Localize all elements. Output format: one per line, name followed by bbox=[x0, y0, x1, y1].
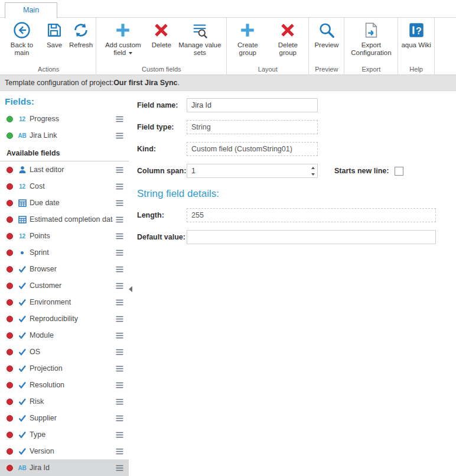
content-area: Fields: 12ProgressABJira Link Available … bbox=[0, 91, 456, 476]
field-row-customer[interactable]: Customer bbox=[0, 277, 129, 294]
check-type-icon bbox=[17, 282, 28, 289]
available-fields-list: Last editor12CostDue dateEstimated compl… bbox=[0, 161, 129, 476]
field-row-due-date[interactable]: Due date bbox=[0, 195, 129, 211]
available-fields-header: Available fields bbox=[0, 144, 129, 161]
field-row-sprint[interactable]: Sprint bbox=[0, 244, 129, 261]
ribbon-group-label: Layout bbox=[228, 64, 307, 75]
delete-group-button[interactable]: Delete group bbox=[268, 20, 307, 59]
tab-main[interactable]: Main bbox=[5, 2, 57, 18]
field-row-cost[interactable]: 12Cost bbox=[0, 178, 129, 195]
field-row-progress[interactable]: 12Progress bbox=[0, 111, 129, 127]
delete-button[interactable]: Delete bbox=[149, 20, 173, 51]
kind-input[interactable] bbox=[187, 142, 318, 156]
ribbon-button-label: Refresh bbox=[69, 41, 93, 49]
create-group-button[interactable]: Create group bbox=[228, 20, 267, 59]
ribbon-button-label: Export Configuration bbox=[347, 41, 395, 57]
red-status-icon bbox=[6, 299, 13, 306]
field-row-environment[interactable]: Environment bbox=[0, 294, 129, 310]
red-status-icon bbox=[6, 365, 13, 372]
drag-handle-icon[interactable] bbox=[116, 266, 123, 273]
ribbon-tab-bar: Main bbox=[0, 0, 456, 18]
ribbon-group-layout: Create groupDelete groupLayout bbox=[227, 18, 309, 75]
manage-value-sets-button[interactable]: Manage value sets bbox=[174, 20, 225, 59]
drag-handle-icon[interactable] bbox=[116, 132, 123, 139]
field-row-estimated-completion-dat[interactable]: Estimated completion dat bbox=[0, 211, 129, 228]
field-row-type[interactable]: Type bbox=[0, 426, 129, 443]
length-input[interactable] bbox=[187, 208, 436, 222]
field-row-browser[interactable]: Browser bbox=[0, 261, 129, 277]
drag-handle-icon[interactable] bbox=[116, 316, 123, 322]
delete-x-icon bbox=[279, 21, 297, 39]
drag-handle-icon[interactable] bbox=[116, 233, 123, 239]
add-custom-field-button[interactable]: Add custom field bbox=[97, 20, 148, 59]
field-name-label: Field name: bbox=[137, 101, 187, 109]
refresh-button[interactable]: Refresh bbox=[67, 20, 95, 51]
save-button[interactable]: Save bbox=[43, 20, 66, 51]
assigned-fields-list: 12ProgressABJira Link bbox=[0, 111, 129, 144]
field-name-input[interactable] bbox=[187, 98, 318, 112]
field-row-points[interactable]: 12Points bbox=[0, 228, 129, 244]
form-row-column-span: Column span:Starts new line: bbox=[137, 164, 456, 178]
drag-handle-icon[interactable] bbox=[116, 448, 123, 455]
field-row-os[interactable]: OS bbox=[0, 344, 129, 360]
string-field-details-form: Length:Default value: bbox=[137, 208, 456, 244]
column-span-label: Column span: bbox=[137, 167, 187, 175]
red-status-icon bbox=[6, 316, 13, 322]
field-row-label: Sprint bbox=[30, 248, 113, 257]
drag-handle-icon[interactable] bbox=[116, 332, 123, 339]
field-row-projection[interactable]: Projection bbox=[0, 360, 129, 377]
field-row-module[interactable]: Module bbox=[0, 327, 129, 344]
starts-new-line-checkbox[interactable] bbox=[395, 167, 403, 176]
field-row-last-editor[interactable]: Last editor bbox=[0, 161, 129, 178]
preview-button[interactable]: Preview bbox=[312, 20, 340, 51]
ribbon-button-label: Add custom field bbox=[99, 41, 146, 57]
export-configuration-button[interactable]: Export Configuration bbox=[346, 20, 396, 59]
field-type-input[interactable] bbox=[187, 120, 318, 134]
drag-handle-icon[interactable] bbox=[116, 415, 123, 422]
default-value-input[interactable] bbox=[187, 230, 436, 244]
red-status-icon bbox=[6, 382, 13, 388]
field-row-jira-id[interactable]: ABJira Id bbox=[0, 459, 129, 476]
length-label: Length: bbox=[137, 211, 187, 219]
aqua-wiki-button[interactable]: ?aqua Wiki bbox=[399, 20, 433, 51]
field-row-risk[interactable]: Risk bbox=[0, 393, 129, 410]
column-span-input[interactable] bbox=[187, 164, 318, 178]
spinner-up-icon[interactable] bbox=[308, 164, 317, 171]
drag-handle-icon[interactable] bbox=[116, 250, 123, 256]
drag-handle-icon[interactable] bbox=[116, 399, 123, 405]
calendar-type-icon bbox=[17, 199, 28, 207]
field-row-reproducibility[interactable]: Reproducibility bbox=[0, 310, 129, 327]
spinner-down-icon[interactable] bbox=[308, 171, 317, 177]
ribbon-button-label: Preview bbox=[314, 41, 338, 49]
field-row-supplier[interactable]: Supplier bbox=[0, 410, 129, 426]
drag-handle-icon[interactable] bbox=[116, 183, 123, 190]
column-span-spinner[interactable] bbox=[308, 164, 317, 177]
drag-handle-icon[interactable] bbox=[116, 382, 123, 388]
drag-handle-icon[interactable] bbox=[116, 349, 123, 355]
field-row-resolution[interactable]: Resolution bbox=[0, 377, 129, 393]
drag-handle-icon[interactable] bbox=[116, 216, 123, 223]
starts-new-line-label: Starts new line: bbox=[334, 167, 389, 175]
back-to-main-button[interactable]: Back to main bbox=[2, 20, 41, 59]
ribbon-group-label: Help bbox=[399, 64, 433, 75]
red-status-icon bbox=[6, 399, 13, 405]
field-row-label: Customer bbox=[30, 281, 113, 290]
field-config-panel: Field name:Field type:Kind:Column span:S… bbox=[129, 91, 456, 476]
ribbon-button-label: aqua Wiki bbox=[401, 41, 431, 49]
drag-handle-icon[interactable] bbox=[116, 283, 123, 289]
drag-handle-icon[interactable] bbox=[116, 365, 123, 372]
drag-handle-icon[interactable] bbox=[116, 465, 123, 471]
drag-handle-icon[interactable] bbox=[116, 116, 123, 122]
drag-handle-icon[interactable] bbox=[116, 167, 123, 173]
form-row-kind: Kind: bbox=[137, 142, 456, 156]
ribbon-button-label: Save bbox=[47, 41, 62, 49]
drag-handle-icon[interactable] bbox=[116, 432, 123, 438]
drag-handle-icon[interactable] bbox=[116, 200, 123, 206]
red-status-icon bbox=[6, 432, 13, 438]
field-row-jira-link[interactable]: ABJira Link bbox=[0, 127, 129, 144]
red-status-icon bbox=[6, 266, 13, 273]
number-type-icon: 12 bbox=[17, 233, 28, 239]
field-row-version[interactable]: Version bbox=[0, 443, 129, 459]
sidebar-collapse-arrow[interactable] bbox=[129, 286, 132, 292]
drag-handle-icon[interactable] bbox=[116, 299, 123, 306]
